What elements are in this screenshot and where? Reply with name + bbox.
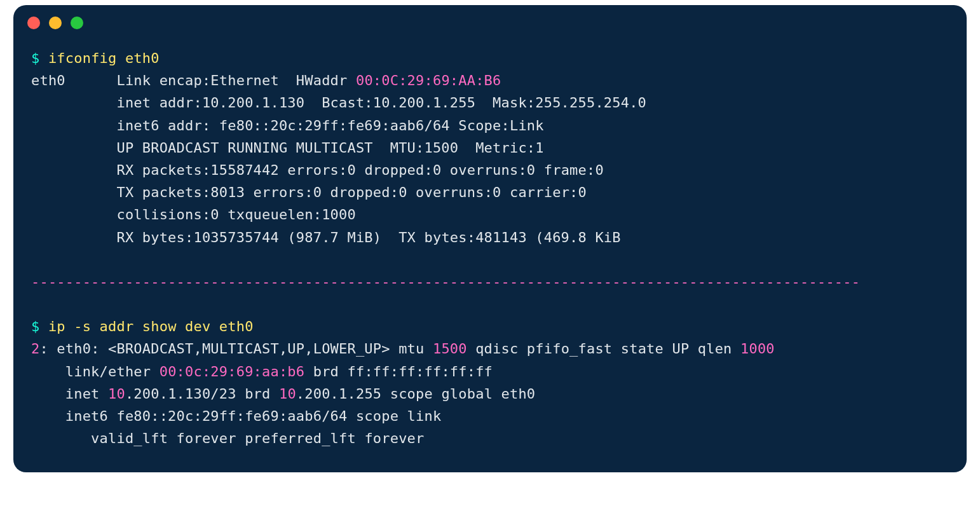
ip-idx: 2 (31, 341, 39, 357)
separator-line: ----------------------------------------… (31, 274, 860, 290)
link-encap: Ethernet (210, 72, 279, 88)
ip-link-ether: 00:0c:29:69:aa:b6 (160, 364, 305, 380)
rx-packets: 15587442 (210, 162, 279, 178)
command-1: ifconfig eth0 (48, 50, 160, 66)
prompt-symbol: $ (31, 50, 39, 66)
minimize-icon[interactable] (49, 17, 62, 29)
inet-bcast: 10.200.1.255 (373, 95, 475, 111)
txqueuelen: 1000 (322, 207, 356, 222)
maximize-icon[interactable] (71, 17, 83, 29)
mtu: 1500 (424, 140, 458, 156)
inet6-scope: Link (510, 118, 544, 133)
command-2: ip -s addr show dev eth0 (48, 318, 254, 334)
iface-flags: UP BROADCAST RUNNING MULTICAST (116, 140, 372, 156)
tx-carrier: 0 (578, 184, 587, 200)
tx-bytes-human: 469.8 KiB (544, 229, 621, 245)
ip-brd-mac: ff:ff:ff:ff:ff:ff (348, 364, 493, 380)
ip-preferred-lft: forever (364, 430, 424, 446)
ip-brd-rest: .200.1.255 (296, 386, 381, 402)
rx-frame: 0 (595, 162, 603, 178)
ip-flags: <BROADCAST,MULTICAST,UP,LOWER_UP> (108, 341, 390, 357)
ip-valid-lft: forever (177, 430, 236, 446)
collisions: 0 (210, 207, 219, 222)
tx-bytes: 481143 (475, 229, 527, 245)
rx-bytes-human: 987.7 MiB (296, 229, 373, 245)
ip-inet-rest: .200.1.130/23 (125, 386, 236, 402)
ip-inet-scope: global (441, 386, 493, 402)
rx-overruns: 0 (527, 162, 535, 178)
inet6-addr: fe80::20c:29ff:fe69:aab6/64 (219, 118, 450, 133)
rx-errors: 0 (347, 162, 355, 178)
hwaddr: 00:0C:29:69:AA:B6 (356, 72, 501, 88)
ip-inet-oct1: 10 (108, 386, 125, 402)
ip-inet6: fe80::20c:29ff:fe69:aab6/64 (116, 408, 347, 424)
ip-inet6-scope: link (407, 408, 442, 424)
ip-iface: eth0 (57, 341, 91, 357)
metric: 1 (535, 140, 543, 156)
ip-qlen: 1000 (740, 341, 775, 357)
watermark: CSDN @努力自学的小夏 (840, 474, 960, 477)
inet-mask: 255.255.254.0 (535, 95, 646, 111)
ifconfig-iface: eth0 (31, 72, 65, 88)
prompt-symbol: $ (31, 318, 39, 334)
ip-mtu: 1500 (433, 341, 467, 357)
terminal-output[interactable]: $ ifconfig eth0 eth0 Link encap:Ethernet… (13, 29, 967, 460)
titlebar (13, 5, 967, 29)
ip-brd-oct1: 10 (279, 386, 296, 402)
ip-qdisc: pfifo_fast (527, 341, 612, 357)
inet-addr: 10.200.1.130 (202, 95, 304, 111)
terminal-window: $ ifconfig eth0 eth0 Link encap:Ethernet… (13, 5, 967, 472)
tx-overruns: 0 (493, 184, 501, 200)
ip-inet-dev: eth0 (501, 386, 536, 402)
rx-bytes: 1035735744 (193, 229, 278, 245)
ip-state: UP (672, 341, 689, 357)
tx-errors: 0 (313, 184, 322, 200)
tx-packets: 8013 (210, 184, 245, 200)
tx-dropped: 0 (398, 184, 407, 200)
rx-dropped: 0 (433, 162, 441, 178)
close-icon[interactable] (27, 17, 40, 29)
